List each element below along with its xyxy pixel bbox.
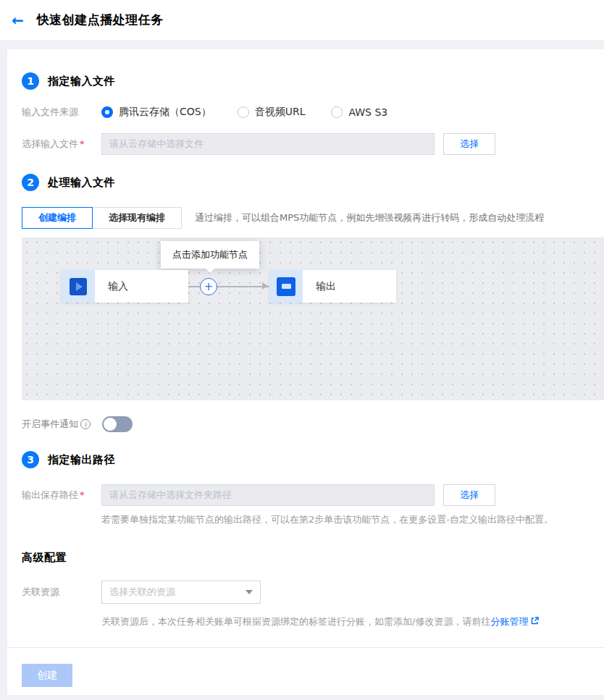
radio-aws-s3[interactable]: AWS S3 <box>331 106 387 118</box>
event-notify-row: 开启事件通知 i <box>22 416 604 432</box>
radio-unselected-icon[interactable] <box>238 106 249 118</box>
input-file-label: 选择输入文件* <box>22 138 101 151</box>
hint-text: 关联资源后，本次任务相关账单可根据资源绑定的标签进行分账，如需添加/修改资源，请… <box>101 616 490 627</box>
create-button[interactable]: 创建 <box>22 664 72 687</box>
output-path-select-button[interactable]: 选择 <box>443 484 495 506</box>
chevron-down-icon <box>246 590 253 594</box>
page-background: 1 指定输入文件 输入文件来源 腾讯云存储（COS） 音视频URL AWS S3… <box>0 40 604 700</box>
orchestration-tabs: 创建编排 选择现有编排 通过编排，可以组合MPS功能节点，例如先增强视频再进行转… <box>22 207 604 229</box>
event-notify-label: 开启事件通知 <box>22 418 78 431</box>
linked-resource-select[interactable]: 选择关联的资源 <box>101 581 261 604</box>
play-icon <box>70 278 87 295</box>
radio-unselected-icon[interactable] <box>331 106 343 118</box>
required-mark: * <box>80 138 85 149</box>
output-path-label-text: 输出保存路径 <box>22 489 78 500</box>
step3-header: 3 指定输出路径 <box>22 451 604 468</box>
info-icon[interactable]: i <box>80 419 91 429</box>
step2-title: 处理输入文件 <box>48 176 115 190</box>
output-path-field[interactable]: 请从云存储中选择文件夹路径 <box>101 484 435 506</box>
linked-resource-label: 关联资源 <box>22 586 101 599</box>
input-node-label: 输入 <box>108 280 128 293</box>
input-file-row: 选择输入文件* 请从云存储中选择文件 选择 <box>22 133 604 155</box>
connector-arrow-icon <box>262 282 268 290</box>
external-link-icon[interactable] <box>530 616 540 628</box>
input-file-select-button[interactable]: 选择 <box>443 133 495 155</box>
top-bar: ← 快速创建点播处理任务 <box>0 0 604 40</box>
add-function-node-button[interactable]: + <box>200 278 217 295</box>
toggle-knob <box>104 418 117 431</box>
output-path-label: 输出保存路径* <box>22 489 101 502</box>
step3-number-badge: 3 <box>22 451 39 468</box>
input-file-label-text: 选择输入文件 <box>22 138 78 149</box>
output-node-label: 输出 <box>316 280 336 293</box>
back-arrow-icon[interactable]: ← <box>12 13 24 28</box>
output-icon <box>277 277 295 296</box>
event-notify-toggle[interactable] <box>102 416 133 432</box>
linked-resource-hint: 关联资源后，本次任务相关账单可根据资源绑定的标签进行分账，如需添加/修改资源，请… <box>101 615 604 628</box>
footer: 创建 <box>22 648 604 700</box>
output-node-iconbox <box>269 270 303 303</box>
radio-av-url[interactable]: 音视频URL <box>238 106 306 119</box>
add-node-tooltip: 点击添加功能节点 <box>161 241 259 269</box>
output-path-row: 输出保存路径* 请从云存储中选择文件夹路径 选择 <box>22 484 604 506</box>
linked-resource-row: 关联资源 选择关联的资源 <box>22 581 604 604</box>
tab-select-existing-orchestration[interactable]: 选择现有编排 <box>93 207 182 229</box>
input-node-iconbox <box>62 270 95 303</box>
orchestration-canvas[interactable]: 点击添加功能节点 输入 + 输出 <box>22 237 604 400</box>
billing-management-link[interactable]: 分账管理 <box>490 616 528 627</box>
radio-selected-icon[interactable] <box>101 106 113 118</box>
input-source-label: 输入文件来源 <box>22 106 101 119</box>
page-title: 快速创建点播处理任务 <box>37 12 164 28</box>
step2-number-badge: 2 <box>22 174 39 191</box>
linked-resource-placeholder: 选择关联的资源 <box>109 586 175 599</box>
main-card: 1 指定输入文件 输入文件来源 腾讯云存储（COS） 音视频URL AWS S3… <box>7 49 604 695</box>
tab-create-orchestration[interactable]: 创建编排 <box>22 207 93 229</box>
input-file-field[interactable]: 请从云存储中选择文件 <box>101 133 435 155</box>
radio-av-url-label: 音视频URL <box>255 106 306 119</box>
radio-cos[interactable]: 腾讯云存储（COS） <box>101 106 211 119</box>
required-mark: * <box>80 489 85 500</box>
step1-header: 1 指定输入文件 <box>22 72 604 90</box>
step1-title: 指定输入文件 <box>48 75 115 88</box>
radio-cos-label: 腾讯云存储（COS） <box>119 106 211 119</box>
orchestration-hint: 通过编排，可以组合MPS功能节点，例如先增强视频再进行转码，形成自动处理流程 <box>195 211 544 224</box>
radio-aws-s3-label: AWS S3 <box>348 106 387 118</box>
advanced-config-title: 高级配置 <box>22 551 604 565</box>
input-source-row: 输入文件来源 腾讯云存储（COS） 音视频URL AWS S3 <box>22 106 604 119</box>
input-source-radio-group: 腾讯云存储（COS） 音视频URL AWS S3 <box>101 106 387 119</box>
output-path-hint: 若需要单独指定某功能节点的输出路径，可以在第2步单击该功能节点，在更多设置-自定… <box>101 513 604 526</box>
step2-header: 2 处理输入文件 <box>22 174 604 191</box>
step3-title: 指定输出路径 <box>48 453 115 467</box>
input-node[interactable]: 输入 <box>62 270 188 303</box>
step1-number-badge: 1 <box>22 72 39 90</box>
output-node[interactable]: 输出 <box>269 270 396 303</box>
